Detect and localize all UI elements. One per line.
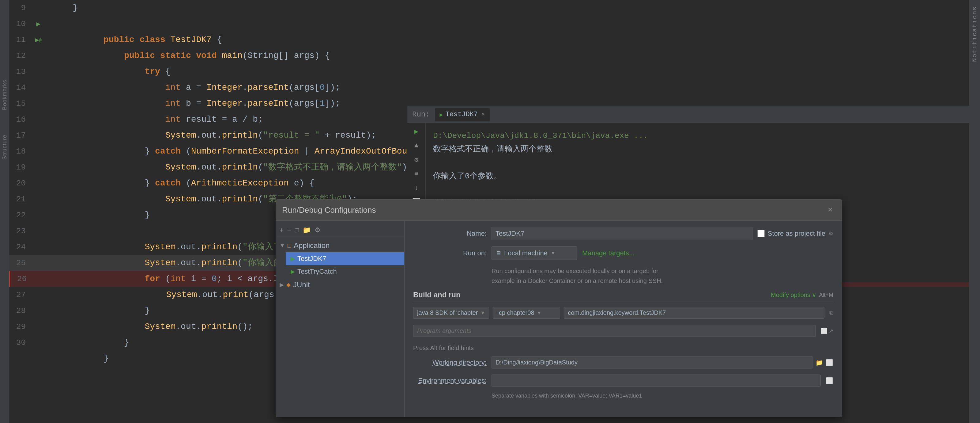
tree-junit-group[interactable]: ◆ JUnit bbox=[276, 278, 404, 292]
tree-item-testjdk7[interactable]: ▶ TestJDK7 bbox=[286, 252, 404, 265]
dialog-title-bar: Run/Debug Configurations × bbox=[276, 200, 842, 221]
run-filter-btn[interactable]: ≡ bbox=[410, 168, 423, 180]
tree-item-testtrycatch[interactable]: ▶ TestTryCatch bbox=[286, 265, 404, 278]
tree-app-icon-testjdk7: ▶ bbox=[291, 255, 295, 262]
build-and-run-section-header: Build and run Modify options ∨ Alt+M bbox=[413, 291, 833, 302]
sdk-label: java 8 SDK of 'chapter bbox=[417, 309, 478, 316]
application-folder-icon: □ bbox=[288, 242, 291, 249]
config-run-on-row: Run on: 🖥 Local machine ▼ Manage targets… bbox=[413, 246, 833, 260]
prog-args-row: ⬜ ↗ bbox=[413, 325, 833, 337]
cp-chevron-icon: ▼ bbox=[537, 310, 542, 316]
tree-folder-btn[interactable]: 📁 bbox=[302, 226, 311, 234]
modify-options-shortcut: Alt+M bbox=[819, 292, 833, 298]
cp-select[interactable]: -cp chapter08 ▼ bbox=[493, 307, 560, 319]
dialog-tree-panel: + − □ 📁 ⚙ □ Application ▶ TestJDK7 ▶ T bbox=[276, 221, 404, 417]
expand-icons: ⬜ ↗ bbox=[821, 328, 833, 334]
bookmark-gutter-icon: @ bbox=[39, 32, 41, 48]
run-on-chevron-icon: ▼ bbox=[550, 251, 555, 256]
bookmarks-label[interactable]: Bookmarks bbox=[2, 80, 8, 110]
run-cmd-line: D:\Develop\Java\jdk1.8.0_371\bin\java.ex… bbox=[433, 129, 973, 142]
junit-chevron-icon bbox=[280, 281, 284, 288]
tree-toolbar: + − □ 📁 ⚙ bbox=[276, 224, 404, 236]
store-gear-icon: ⚙ bbox=[829, 230, 833, 237]
dialog-body: + − □ 📁 ⚙ □ Application ▶ TestJDK7 ▶ T bbox=[276, 221, 842, 417]
run-output-line-3: 你输入了0个参数。 bbox=[433, 169, 973, 183]
application-chevron-icon bbox=[280, 243, 285, 249]
run-debug-dialog: Run/Debug Configurations × + − □ 📁 ⚙ □ A… bbox=[275, 199, 842, 417]
modify-options-label: Modify options ∨ bbox=[771, 291, 817, 298]
tree-sub-items: ▶ TestJDK7 ▶ TestTryCatch bbox=[276, 252, 404, 278]
code-line-13: 13 int a = Integer.parseInt(args[0]); bbox=[9, 64, 969, 80]
sdk-chevron-icon: ▼ bbox=[480, 310, 485, 316]
notifications-label[interactable]: Notifications bbox=[971, 6, 978, 62]
tree-remove-btn[interactable]: − bbox=[287, 226, 291, 234]
tree-add-btn[interactable]: + bbox=[280, 226, 283, 234]
run-settings-btn[interactable]: ⚙ bbox=[410, 153, 423, 166]
tree-junit-label: JUnit bbox=[293, 281, 310, 289]
notifications-strip: Notifications bbox=[969, 0, 980, 423]
run-play-btn[interactable]: ▶ bbox=[410, 125, 423, 137]
config-run-on-label: Run on: bbox=[413, 249, 487, 257]
run-tab-name: TestJDK7 bbox=[445, 111, 478, 118]
code-line-9: 9 } bbox=[9, 0, 969, 16]
run-up-btn[interactable]: ▲ bbox=[410, 139, 423, 152]
dialog-close-button[interactable]: × bbox=[825, 204, 836, 215]
run-output-line-1: 数字格式不正确，请输入两个整数 bbox=[433, 142, 973, 156]
dialog-config-panel: Name: Store as project file ⚙ Run on: 🖥 … bbox=[404, 221, 842, 417]
program-arguments-input[interactable] bbox=[413, 325, 816, 337]
working-dir-copy-icon[interactable]: ⬜ bbox=[826, 359, 833, 366]
tree-application-group[interactable]: □ Application bbox=[276, 239, 404, 252]
working-dir-input[interactable] bbox=[492, 356, 813, 369]
working-dir-folder-icon[interactable]: 📁 bbox=[816, 359, 823, 366]
config-hint-line2: example in a Docker Container or on a re… bbox=[492, 278, 663, 284]
config-name-label: Name: bbox=[413, 230, 487, 238]
sdk-select[interactable]: java 8 SDK of 'chapter ▼ bbox=[413, 307, 489, 319]
store-as-project-label: Store as project file bbox=[768, 230, 825, 238]
run-on-select[interactable]: 🖥 Local machine ▼ bbox=[492, 246, 577, 260]
cp-label: -cp chapter08 bbox=[497, 309, 534, 316]
sdk-row: java 8 SDK of 'chapter ▼ -cp chapter08 ▼… bbox=[413, 307, 833, 319]
structure-sidebar: Bookmarks Structure bbox=[0, 0, 9, 423]
main-class-copy-icon[interactable]: ⧉ bbox=[829, 310, 833, 316]
local-machine-icon: 🖥 bbox=[495, 250, 501, 257]
local-machine-label: Local machine bbox=[504, 249, 547, 257]
junit-icon: ◆ bbox=[286, 281, 291, 288]
code-line-12: 12 try { bbox=[9, 48, 969, 64]
store-as-project-checkbox[interactable] bbox=[757, 230, 765, 237]
run-output-line-4 bbox=[433, 183, 973, 196]
config-hint-line1: Run configurations may be executed local… bbox=[492, 268, 659, 275]
working-dir-label: Working directory: bbox=[413, 359, 487, 367]
modify-options-btn[interactable]: Modify options ∨ Alt+M bbox=[771, 291, 833, 298]
tree-item-testjdk7-label: TestJDK7 bbox=[298, 255, 326, 263]
dialog-title: Run/Debug Configurations bbox=[282, 205, 376, 215]
working-dir-row: Working directory: 📁 ⬜ bbox=[413, 356, 833, 369]
run-tab-icon: ▶ bbox=[440, 111, 443, 118]
press-alt-hint: Press Alt for field hints bbox=[413, 343, 833, 353]
env-vars-label: Environment variables: bbox=[413, 377, 487, 385]
code-line-14: 14 int b = Integer.parseInt(args[1]); bbox=[9, 80, 969, 96]
tree-settings-btn[interactable]: ⚙ bbox=[315, 226, 321, 234]
tree-copy-btn[interactable]: □ bbox=[295, 226, 299, 234]
run-panel-label: Run: bbox=[412, 110, 430, 119]
tree-application-label: Application bbox=[294, 241, 329, 250]
run-output-line-2 bbox=[433, 156, 973, 169]
run-tab-testjdk7[interactable]: ▶ TestJDK7 × bbox=[435, 108, 490, 121]
config-store-checkbox-row: Store as project file ⚙ bbox=[757, 230, 833, 238]
env-vars-copy-icon[interactable]: ⬜ bbox=[826, 377, 833, 385]
run-tab-close[interactable]: × bbox=[481, 112, 485, 118]
env-vars-row: Environment variables: ⬜ bbox=[413, 375, 833, 386]
structure-label[interactable]: Structure bbox=[2, 134, 8, 160]
env-vars-input[interactable] bbox=[492, 375, 821, 386]
run-gutter-icon-11[interactable]: ▶ bbox=[35, 32, 39, 48]
config-name-input[interactable] bbox=[492, 227, 752, 240]
manage-targets-btn[interactable]: Manage targets... bbox=[582, 249, 635, 257]
run-tab-bar: Run: ▶ TestJDK7 × bbox=[407, 106, 980, 123]
config-hint: Run configurations may be executed local… bbox=[492, 266, 833, 286]
main-class-input[interactable] bbox=[564, 307, 824, 319]
run-down-btn[interactable]: ↓ bbox=[410, 182, 423, 194]
run-gutter-icon[interactable]: ▶ bbox=[36, 16, 40, 32]
expand-icon-1[interactable]: ⬜ bbox=[821, 328, 827, 334]
expand-icon-2[interactable]: ↗ bbox=[829, 328, 833, 334]
config-name-row: Name: Store as project file ⚙ bbox=[413, 227, 833, 240]
code-line-10: 10 ▶ public class TestJDK7 { bbox=[9, 16, 969, 32]
